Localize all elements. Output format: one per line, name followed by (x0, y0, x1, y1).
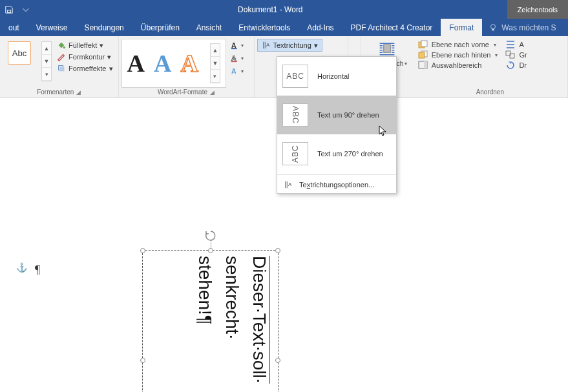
text-effects-icon: A (231, 67, 240, 76)
text-effects-button[interactable]: A▾ (229, 66, 246, 76)
shape-gallery-scroll[interactable]: ▲ ▼ ▾ (41, 41, 52, 81)
chevron-down-icon: ▾ (109, 65, 113, 73)
text-fill-button[interactable]: A▾ (229, 40, 246, 50)
dropdown-item-options[interactable]: A Textrichtungsoptionen... (277, 176, 396, 193)
send-backward-button[interactable]: Ebene nach hinten▾ (415, 50, 501, 59)
text-wrap-icon (378, 40, 396, 58)
chevron-down-icon: ▾ (241, 56, 244, 61)
dropdown-item-horizontal[interactable]: ABC Horizontal (277, 57, 396, 96)
wordart-style-3[interactable]: A (180, 49, 198, 77)
pen-icon (57, 52, 66, 61)
wordart-style-1[interactable]: A (127, 49, 145, 77)
rotate-handle-icon[interactable] (205, 230, 216, 242)
align-button[interactable]: A (503, 40, 529, 49)
text-box-content[interactable]: Dieser·Text·soll·senkrecht·stehen!¶ (148, 256, 273, 392)
dialog-launcher-icon[interactable]: ◢ (210, 89, 215, 96)
title-bar: Dokument1 - Word Zeichentools (0, 0, 568, 19)
svg-text:A: A (231, 54, 237, 62)
chevron-down-icon: ▾ (405, 61, 407, 67)
resize-handle-e[interactable] (275, 358, 280, 363)
group-button[interactable]: Gr (503, 50, 529, 59)
align-icon (505, 40, 516, 49)
tab-ansicht[interactable]: Ansicht (188, 19, 230, 36)
text-outline-button[interactable]: A▾ (229, 53, 246, 63)
group-label-formenarten: Formenarten (37, 88, 74, 96)
text-line-1: Dieser·Text·soll· (249, 256, 270, 384)
dialog-launcher-icon[interactable]: ◢ (76, 89, 81, 96)
wordart-style-2[interactable]: A (154, 49, 171, 77)
qat-customize-icon[interactable] (18, 2, 34, 17)
send-backward-icon (418, 50, 428, 59)
chevron-down-icon: ▾ (241, 43, 244, 48)
tell-me-label: Was möchten S (501, 23, 556, 32)
scroll-down-icon[interactable]: ▼ (211, 57, 220, 70)
horizontal-preview-icon: ABC (282, 65, 308, 88)
anchor-icon: ⚓ (16, 262, 27, 273)
svg-rect-18 (424, 61, 427, 68)
effects-icon (57, 64, 66, 73)
chevron-down-icon: ▾ (495, 52, 498, 58)
scroll-up-icon[interactable]: ▲ (211, 44, 220, 57)
selection-pane-button[interactable]: Auswahlbereich (415, 61, 501, 70)
resize-handle-ne[interactable] (275, 248, 280, 253)
svg-text:A: A (266, 42, 270, 48)
scroll-up-icon[interactable]: ▲ (42, 42, 51, 55)
tab-layout[interactable]: out (0, 19, 28, 36)
tell-me-box[interactable]: Was möchten S (482, 19, 562, 36)
tab-pdf-architect[interactable]: PDF Architect 4 Creator (342, 19, 441, 36)
resize-handle-n[interactable] (208, 248, 213, 253)
group-wordart: A A A ▲ ▼ ▾ A▾ A▾ A▾ WordArt-Formate◢ (119, 36, 255, 98)
save-icon[interactable] (1, 2, 17, 17)
resize-handle-w[interactable] (140, 358, 145, 363)
chevron-down-icon: ▾ (314, 41, 318, 50)
wordart-gallery[interactable]: A A A ▲ ▼ ▾ (121, 39, 226, 88)
tab-format[interactable]: Format (441, 19, 482, 36)
window-title: Dokument1 - Word (34, 5, 507, 14)
tab-sendungen[interactable]: Sendungen (76, 19, 132, 36)
resize-handle-nw[interactable] (140, 248, 145, 253)
scroll-more-icon[interactable]: ▾ (211, 70, 220, 83)
tab-addins[interactable]: Add-Ins (299, 19, 342, 36)
text-direction-options-icon: A (284, 180, 293, 189)
lightbulb-icon (489, 23, 498, 32)
chevron-down-icon: ▾ (494, 42, 496, 48)
bucket-icon (57, 41, 66, 50)
svg-rect-14 (421, 41, 427, 46)
svg-text:A: A (288, 181, 292, 187)
rotate-handle-line (211, 242, 211, 248)
shape-outline-button[interactable]: Formkontur ▾ (54, 52, 116, 62)
shape-effects-button[interactable]: Formeffekte ▾ (54, 63, 116, 74)
chevron-down-icon: ▾ (107, 53, 111, 61)
scroll-more-icon[interactable]: ▾ (42, 68, 51, 81)
paragraph-mark: ¶ (35, 263, 40, 277)
svg-rect-12 (383, 45, 390, 52)
mouse-cursor-icon (379, 125, 388, 139)
svg-text:A: A (231, 67, 237, 75)
tab-entwicklertools[interactable]: Entwicklertools (230, 19, 299, 36)
tab-ueberpruefen[interactable]: Überprüfen (132, 19, 188, 36)
bring-forward-button[interactable]: Ebene nach vorne▾ (415, 40, 501, 49)
text-box[interactable]: Dieser·Text·soll·senkrecht·stehen!¶ (142, 250, 279, 392)
svg-rect-16 (419, 52, 425, 58)
svg-point-3 (63, 46, 66, 49)
dropdown-separator (277, 174, 396, 175)
group-anordnen: Ebene nach vorne▾ Ebene nach hinten▾ Aus… (413, 36, 568, 98)
contextual-tab-label: Zeichentools (507, 0, 568, 19)
group-label-wordart: WordArt-Formate (158, 88, 207, 96)
quick-access-toolbar (0, 2, 34, 17)
shape-style-gallery[interactable]: Abc (8, 41, 31, 65)
rotate-icon (505, 61, 516, 70)
scroll-down-icon[interactable]: ▼ (42, 55, 51, 68)
rotate-90-preview-icon: ABC (282, 103, 308, 127)
text-outline-icon: A (231, 54, 240, 63)
tab-verweise[interactable]: Verweise (28, 19, 76, 36)
shape-fill-button[interactable]: Fülleffekt ▾ (54, 40, 116, 50)
rotate-button[interactable]: Dr (503, 61, 529, 70)
text-direction-button[interactable]: A Textrichtung ▾ (257, 39, 322, 52)
rotate-270-preview-icon: ABC (282, 142, 308, 165)
wordart-gallery-scroll[interactable]: ▲ ▼ ▾ (210, 43, 220, 83)
svg-rect-5 (59, 67, 64, 71)
ribbon-tabs: out Verweise Sendungen Überprüfen Ansich… (0, 19, 568, 36)
dropdown-item-rotate-270[interactable]: ABC Text um 270° drehen (277, 134, 396, 173)
svg-rect-7 (231, 48, 237, 49)
